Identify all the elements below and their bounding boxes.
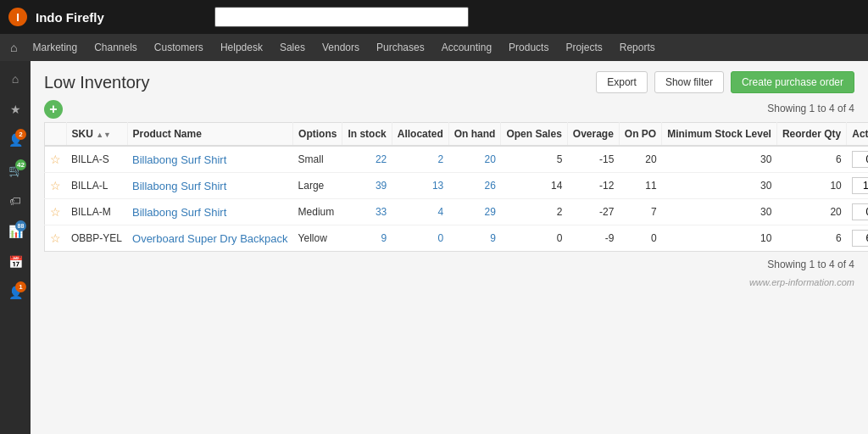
header-buttons: Export Show filter Create purchase order bbox=[596, 71, 854, 93]
cell-open-sales-1: 14 bbox=[501, 173, 567, 199]
cell-min-stock-2: 30 bbox=[662, 199, 777, 225]
cell-star-1[interactable]: ☆ bbox=[45, 173, 67, 199]
cell-options-0: Small bbox=[293, 146, 342, 173]
cell-on-hand-3: 9 bbox=[448, 225, 501, 252]
nav-home-icon[interactable]: ⌂ bbox=[3, 34, 24, 61]
export-button[interactable]: Export bbox=[596, 71, 648, 93]
cell-sku-3: OBBP-YEL bbox=[66, 225, 127, 252]
sidebar-home-icon[interactable]: ⌂ bbox=[3, 66, 28, 92]
th-in-stock: In stock bbox=[342, 123, 392, 147]
cell-min-stock-1: 30 bbox=[662, 173, 777, 199]
sidebar-person-icon[interactable]: 👤1 bbox=[3, 280, 28, 305]
showing-bottom: Showing 1 to 4 of 4 bbox=[44, 257, 854, 274]
inventory-table: SKU ▲▼ Product Name Options In stock All… bbox=[44, 122, 868, 252]
sidebar-calendar-icon[interactable]: 📅 bbox=[3, 249, 28, 275]
app-name: Indo Firefly bbox=[36, 10, 104, 25]
cell-overage-1: -12 bbox=[567, 173, 619, 199]
nav-item-helpdesk[interactable]: Helpdesk bbox=[212, 34, 271, 61]
sidebar-cart-icon[interactable]: 🛒42 bbox=[3, 158, 28, 183]
create-purchase-order-button[interactable]: Create purchase order bbox=[731, 71, 854, 93]
cell-in-stock-2: 33 bbox=[342, 199, 392, 225]
nav-item-reports[interactable]: Reports bbox=[611, 34, 664, 61]
sidebar-tag-icon[interactable]: 🏷 bbox=[3, 188, 28, 214]
add-row-button[interactable]: + bbox=[44, 100, 63, 119]
qty-input-3[interactable] bbox=[852, 230, 868, 247]
cell-on-po-2: 7 bbox=[619, 199, 661, 225]
th-star bbox=[45, 123, 67, 147]
table-row: ☆ BILLA-L Billabong Surf Shirt Large 39 … bbox=[45, 173, 869, 199]
sidebar: ⌂ ★ 👤2 🛒42 🏷 📊88 📅 👤1 bbox=[0, 61, 31, 434]
cell-allocated-1: 13 bbox=[392, 173, 448, 199]
sidebar-chart-icon[interactable]: 📊88 bbox=[3, 219, 28, 244]
th-actions: Actions bbox=[847, 123, 868, 147]
cell-allocated-0: 2 bbox=[392, 146, 448, 173]
nav-item-projects[interactable]: Projects bbox=[557, 34, 610, 61]
th-options: Options bbox=[293, 123, 342, 147]
th-on-hand: On hand bbox=[448, 123, 501, 147]
table-row: ☆ BILLA-S Billabong Surf Shirt Small 22 … bbox=[45, 146, 869, 173]
top-bar: I Indo Firefly bbox=[0, 0, 868, 34]
cell-on-hand-0: 20 bbox=[448, 146, 501, 173]
watermark: www.erp-information.com bbox=[31, 274, 868, 291]
cell-product-3[interactable]: Overboard Super Dry Backpack bbox=[127, 225, 293, 252]
cell-on-po-0: 20 bbox=[619, 146, 661, 173]
th-reorder-qty: Reorder Qty bbox=[776, 123, 846, 147]
qty-input-0[interactable] bbox=[852, 151, 868, 168]
sidebar-star-icon[interactable]: ★ bbox=[3, 97, 28, 122]
cell-overage-3: -9 bbox=[567, 225, 619, 252]
sidebar-users-icon[interactable]: 👤2 bbox=[3, 127, 28, 153]
nav-item-vendors[interactable]: Vendors bbox=[314, 34, 368, 61]
cell-open-sales-3: 0 bbox=[501, 225, 567, 252]
layout: ⌂ ★ 👤2 🛒42 🏷 📊88 📅 👤1 Low Inventory Expo… bbox=[0, 61, 868, 434]
search-input[interactable] bbox=[214, 7, 469, 27]
cell-open-sales-0: 5 bbox=[501, 146, 567, 173]
cell-actions-2: ✕ bbox=[847, 199, 868, 225]
nav-bar: ⌂ Marketing Channels Customers Helpdesk … bbox=[0, 34, 868, 61]
th-product-name: Product Name bbox=[127, 123, 293, 147]
cell-allocated-3: 0 bbox=[392, 225, 448, 252]
th-allocated: Allocated bbox=[392, 123, 448, 147]
cell-reorder-qty-2: 20 bbox=[776, 199, 846, 225]
cell-reorder-qty-3: 6 bbox=[776, 225, 846, 252]
th-min-stock: Minimum Stock Level bbox=[662, 123, 777, 147]
cell-product-1[interactable]: Billabong Surf Shirt bbox=[127, 173, 293, 199]
cell-min-stock-0: 30 bbox=[662, 146, 777, 173]
cell-actions-1: ✕ bbox=[847, 173, 868, 199]
cell-sku-1: BILLA-L bbox=[66, 173, 127, 199]
cell-actions-3: ✕ bbox=[847, 225, 868, 252]
show-filter-button[interactable]: Show filter bbox=[654, 71, 724, 93]
cell-overage-0: -15 bbox=[567, 146, 619, 173]
showing-top: Showing 1 to 4 of 4 bbox=[767, 101, 854, 118]
nav-item-sales[interactable]: Sales bbox=[271, 34, 314, 61]
th-on-po: On PO bbox=[619, 123, 661, 147]
th-sku[interactable]: SKU ▲▼ bbox=[66, 123, 127, 147]
cell-star-2[interactable]: ☆ bbox=[45, 199, 67, 225]
nav-item-products[interactable]: Products bbox=[500, 34, 557, 61]
cell-actions-0: ✕ bbox=[847, 146, 868, 173]
cell-open-sales-2: 2 bbox=[501, 199, 567, 225]
cell-options-2: Medium bbox=[293, 199, 342, 225]
qty-input-1[interactable] bbox=[852, 177, 868, 194]
nav-item-accounting[interactable]: Accounting bbox=[433, 34, 500, 61]
cell-in-stock-1: 39 bbox=[342, 173, 392, 199]
nav-item-channels[interactable]: Channels bbox=[86, 34, 146, 61]
nav-item-marketing[interactable]: Marketing bbox=[24, 34, 86, 61]
cell-sku-0: BILLA-S bbox=[66, 146, 127, 173]
cell-sku-2: BILLA-M bbox=[66, 199, 127, 225]
cell-star-3[interactable]: ☆ bbox=[45, 225, 67, 252]
table-row: ☆ BILLA-M Billabong Surf Shirt Medium 33… bbox=[45, 199, 869, 225]
table-row: ☆ OBBP-YEL Overboard Super Dry Backpack … bbox=[45, 225, 869, 252]
th-overage: Overage bbox=[567, 123, 619, 147]
nav-item-customers[interactable]: Customers bbox=[146, 34, 212, 61]
cell-in-stock-3: 9 bbox=[342, 225, 392, 252]
cell-product-0[interactable]: Billabong Surf Shirt bbox=[127, 146, 293, 173]
cell-star-0[interactable]: ☆ bbox=[45, 146, 67, 173]
table-area: + Showing 1 to 4 of 4 SKU ▲▼ Product Nam… bbox=[31, 100, 868, 274]
cell-reorder-qty-0: 6 bbox=[776, 146, 846, 173]
cell-on-hand-2: 29 bbox=[448, 199, 501, 225]
qty-input-2[interactable] bbox=[852, 203, 868, 220]
cell-product-2[interactable]: Billabong Surf Shirt bbox=[127, 199, 293, 225]
nav-item-purchases[interactable]: Purchases bbox=[368, 34, 433, 61]
cell-in-stock-0: 22 bbox=[342, 146, 392, 173]
table-header-row: SKU ▲▼ Product Name Options In stock All… bbox=[45, 123, 869, 147]
